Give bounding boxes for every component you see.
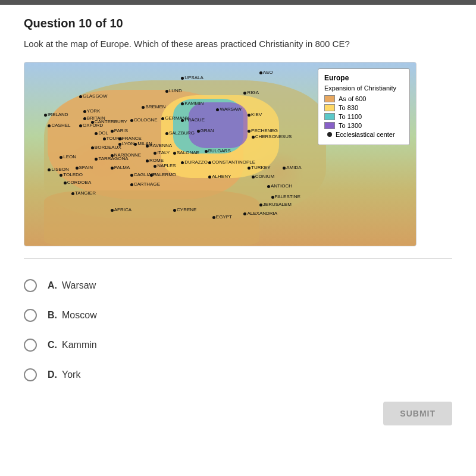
city-label: KIEV [251, 112, 262, 117]
city-label: LYON [122, 141, 134, 146]
top-bar [0, 0, 476, 5]
city-label: SALONAE [177, 150, 199, 155]
city-dot [248, 114, 250, 117]
city-label: GRAN [201, 128, 214, 133]
city-label: EGYPT [216, 214, 232, 220]
city-label: PARIS [114, 128, 128, 133]
city-dot [83, 110, 86, 113]
city-label: LISBON [51, 167, 68, 172]
city-dot [91, 121, 94, 124]
legend-item: As of 600 [324, 95, 403, 102]
city-dot [44, 114, 47, 117]
city-label: PALESTINE [275, 194, 300, 199]
city-label: CYRENE [177, 207, 196, 212]
option-radio[interactable] [24, 279, 37, 292]
legend-color-box [324, 113, 335, 120]
options-list: A.WarsawB.MoscowC.KamminD.York [24, 271, 452, 390]
submit-button[interactable]: SUBMIT [383, 402, 452, 425]
city-label: ROME [149, 158, 164, 163]
city-dot [118, 143, 121, 146]
city-label: RAVENNA [149, 143, 172, 148]
city-dot [130, 183, 133, 186]
city-label: ALEXANDRIA [247, 211, 277, 216]
city-dot [271, 196, 274, 199]
legend-color-box [324, 122, 335, 129]
legend-item: Ecclesiastical center [324, 131, 403, 138]
option-text: York [62, 369, 80, 380]
city-dot [76, 167, 79, 170]
legend-items: As of 600To 830To 1100To 1300Ecclesiasti… [324, 95, 403, 138]
city-dot [252, 136, 255, 139]
city-label: CONIUM [255, 174, 274, 179]
city-label: CASHEL [51, 123, 70, 128]
city-label: AFRICA [114, 207, 131, 212]
city-label: LUND [169, 88, 182, 93]
legend-label: As of 600 [339, 95, 366, 102]
city-dot [216, 108, 219, 111]
city-label: DURAZZO [184, 159, 208, 165]
option-radio[interactable] [24, 368, 37, 381]
city-label: PALERMO [154, 172, 177, 177]
legend-dot-icon [327, 132, 332, 137]
content-area: Question 10 of 10 Look at the map of Eur… [0, 5, 476, 455]
city-dot [111, 209, 114, 212]
city-label: CAGLIARI [134, 172, 156, 177]
city-label: CHERSONESUS [255, 134, 292, 139]
city-dot [181, 161, 184, 164]
city-label: DOL [98, 130, 108, 136]
option-text: Warsaw [62, 280, 96, 291]
city-dot [165, 132, 168, 135]
city-label: TURKEY [251, 165, 270, 170]
city-dot [111, 167, 114, 170]
legend-label: To 830 [339, 104, 358, 111]
city-dot [173, 209, 176, 212]
option-text: Kammin [62, 340, 97, 350]
city-label: WARSAW [220, 107, 241, 112]
option-item-b[interactable]: B.Moscow [24, 300, 452, 330]
city-label: ALHENY [212, 174, 231, 179]
city-label: KAMMIN [184, 101, 203, 106]
option-radio[interactable] [24, 309, 37, 322]
legend-item: To 1300 [324, 122, 403, 129]
option-item-a[interactable]: A.Warsaw [24, 271, 452, 300]
city-label: RIGA [247, 90, 259, 95]
option-radio[interactable] [24, 339, 37, 352]
option-letter: C. [48, 340, 57, 350]
submit-area: SUBMIT [24, 390, 452, 431]
question-number: Question 10 of 10 [24, 17, 452, 30]
city-label: PECHENEG [251, 128, 278, 133]
city-label: JERUSALEM [263, 202, 292, 207]
page-container: Question 10 of 10 Look at the map of Eur… [0, 0, 476, 476]
city-label: PRAGUE [184, 117, 205, 123]
legend-label: To 1100 [339, 113, 362, 120]
city-label: FRANCE [122, 136, 142, 141]
city-label: TOLEDO [63, 172, 83, 177]
city-dot [83, 117, 86, 120]
city-dot [60, 156, 62, 159]
option-item-d[interactable]: D.York [24, 360, 452, 390]
city-dot [130, 119, 133, 122]
option-letter: B. [48, 310, 57, 321]
city-label: CANTERBURY [95, 119, 127, 124]
option-item-c[interactable]: C.Kammin [24, 330, 452, 360]
city-label: LEON [63, 154, 76, 159]
city-label: TARRAGONA [98, 156, 128, 161]
city-label: PALMA [114, 165, 130, 170]
map-legend: Europe Expansion of Christianity As of 6… [318, 68, 410, 145]
city-label: BREMEN [145, 104, 165, 109]
question-text: Look at the map of Europe. Which of thes… [24, 37, 452, 51]
legend-subtitle: Expansion of Christianity [324, 84, 403, 92]
city-label: CARTHAGE [134, 181, 160, 187]
option-letter: D. [48, 369, 57, 380]
map-container: UPSALAAEOGLASGOWLUNDRIGAIRELANDYORKBRITA… [24, 62, 416, 246]
city-label: ITALY [157, 150, 170, 155]
city-dot [259, 71, 262, 74]
city-label: AMIDA [286, 165, 301, 170]
option-letter: A. [48, 280, 57, 291]
legend-item: To 1100 [324, 113, 403, 120]
divider [24, 258, 452, 259]
city-label: TANGIER [75, 190, 96, 196]
city-dot [259, 203, 262, 206]
city-label: YORK [87, 108, 101, 114]
city-dot [267, 185, 270, 188]
